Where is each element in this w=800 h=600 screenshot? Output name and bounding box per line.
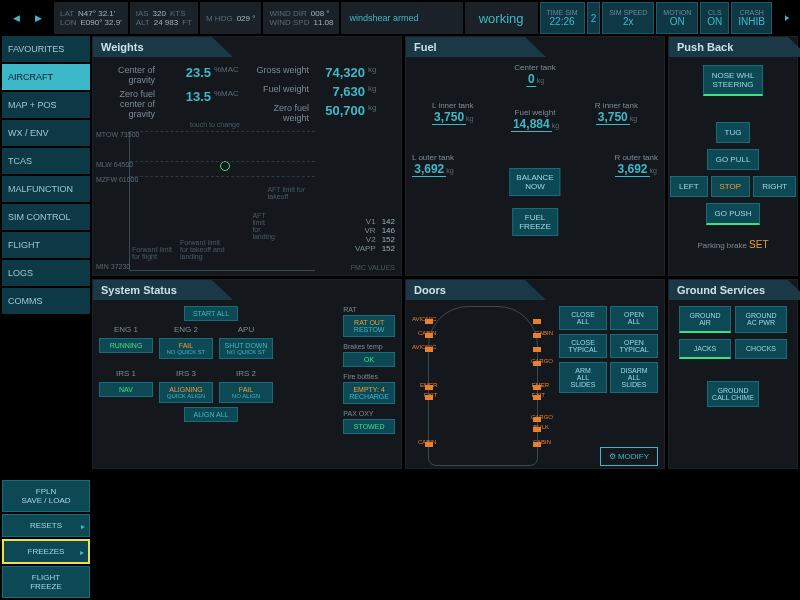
pax-oxy-status: STOWED [343,419,395,434]
windshear-status: windshear armed [341,2,462,34]
system-status-title: System Status [93,280,233,300]
hdg-block: M HDG029 ° [200,2,261,34]
motion-chip[interactable]: MOTIONON [656,2,698,34]
irs2-button[interactable]: FAILNO ALIGN [219,382,273,403]
ias-alt-block: IAS320KTS ALT24 983FT [130,2,198,34]
fire-bottles-button[interactable]: EMPTY: 4RECHARGE [343,382,395,404]
position-block: LATN47° 32.1' LONE090° 32.9' [54,2,128,34]
sidebar-item-favourites[interactable]: FAVOURITES [2,36,90,62]
cls-chip[interactable]: CLSON [700,2,729,34]
system-status-panel: System Status START ALL ENG 1RUNNING ENG… [92,279,402,469]
crash-chip[interactable]: CRASHINHIB [731,2,772,34]
simspeed-chip[interactable]: SIM SPEED2x [602,2,654,34]
flight-freeze-button[interactable]: FLIGHT FREEZE [2,566,90,598]
fuel-panel: Fuel Center tank0kg L inner tank3,750kg … [405,36,665,276]
cg-envelope-chart[interactable]: touch to change MTOW 73500 MLW 64500 MZF… [129,131,315,271]
wind-block: WIND DIR008 ° WIND SPD11.08 [263,2,339,34]
apu-button[interactable]: SHUT DOWNNO QUICK ST [219,338,273,359]
align-all-button[interactable]: ALIGN ALL [184,407,238,422]
sidebar-item-comms[interactable]: COMMS [2,288,90,314]
open-typical-button[interactable]: OPEN TYPICAL [610,334,658,358]
ground-air-button[interactable]: GROUND AIR [679,306,731,333]
start-all-button[interactable]: START ALL [184,306,238,321]
doors-panel: Doors AVIONIC CABIN AVIONIC CABIN CARGO … [405,279,665,469]
tug-button[interactable]: TUG [716,122,751,143]
fuselage-diagram [428,306,538,466]
sidebar-item-wx[interactable]: WX / ENV [2,120,90,146]
rat-button[interactable]: RAT OUTRESTOW [343,315,395,337]
go-pull-button[interactable]: GO PULL [707,149,760,170]
eng1-button[interactable]: RUNNING [99,338,153,353]
balance-now-button[interactable]: BALANCE NOW [509,168,560,196]
ground-call-chime-button[interactable]: GROUND CALL CHIME [707,381,759,407]
ground-services-title: Ground Services [669,280,800,300]
brakes-temp-status: OK [343,352,395,367]
sidebar-item-simcontrol[interactable]: SIM CONTROL [2,204,90,230]
timesim-page[interactable]: 2 [587,2,601,34]
weights-title: Weights [93,37,233,57]
resets-button[interactable]: RESETS▸ [2,514,90,537]
close-typical-button[interactable]: CLOSE TYPICAL [559,334,607,358]
sidebar-item-aircraft[interactable]: AIRCRAFT [2,64,90,90]
ground-acpwr-button[interactable]: GROUND AC PWR [735,306,787,333]
go-push-button[interactable]: GO PUSH [706,203,761,225]
modify-button[interactable]: ⚙ MODIFY [600,447,658,466]
parking-brake-status: Parking brake SET [697,239,768,250]
working-status: working [465,2,538,34]
weights-panel: Weights Center of gravity23.5%MAC Zero f… [92,36,402,276]
fmc-values-label: FMC VALUES [351,264,395,271]
doors-title: Doors [406,280,546,300]
fpln-save-load-button[interactable]: FPLN SAVE / LOAD [2,480,90,512]
eng2-button[interactable]: FAILNO QUICK ST [159,338,213,359]
sidebar-item-malfunction[interactable]: MALFUNCTION [2,176,90,202]
disarm-slides-button[interactable]: DISARM ALL SLIDES [610,362,658,393]
timesim-chip[interactable]: TIME SIM22:26 [540,2,585,34]
irs3-button[interactable]: ALIGNINGQUICK ALIGN [159,382,213,403]
sidebar-item-flight[interactable]: FLIGHT [2,232,90,258]
nav-back-icon[interactable]: ◀ [6,8,26,28]
nosewhl-steering-button[interactable]: NOSE WHL STEERING [703,65,764,96]
pushback-title: Push Back [669,37,800,57]
speaker-icon[interactable]: 🕨 [774,2,798,34]
freezes-button[interactable]: FREEZES▸ [2,539,90,564]
jacks-button[interactable]: JACKS [679,339,731,359]
ground-services-panel: Ground Services GROUND AIR GROUND AC PWR… [668,279,798,469]
right-button[interactable]: RIGHT [753,176,796,197]
chocks-button[interactable]: CHOCKS [735,339,787,359]
irs1-button[interactable]: NAV [99,382,153,397]
sidebar-item-map[interactable]: MAP + POS [2,92,90,118]
sidebar-item-logs[interactable]: LOGS [2,260,90,286]
pushback-panel: Push Back NOSE WHL STEERING TUG GO PULL … [668,36,798,276]
left-button[interactable]: LEFT [670,176,708,197]
cg-marker-icon [220,161,230,171]
vspeeds-block: V1142 VR146 V2152 VAPP152 [355,217,395,253]
arm-slides-button[interactable]: ARM ALL SLIDES [559,362,607,393]
fuel-title: Fuel [406,37,546,57]
sidebar-item-tcas[interactable]: TCAS [2,148,90,174]
close-all-button[interactable]: CLOSE ALL [559,306,607,330]
nav-fwd-icon[interactable]: ▶ [28,8,48,28]
stop-button[interactable]: STOP [711,176,751,197]
fuel-freeze-button[interactable]: FUEL FREEZE [512,208,558,236]
open-all-button[interactable]: OPEN ALL [610,306,658,330]
